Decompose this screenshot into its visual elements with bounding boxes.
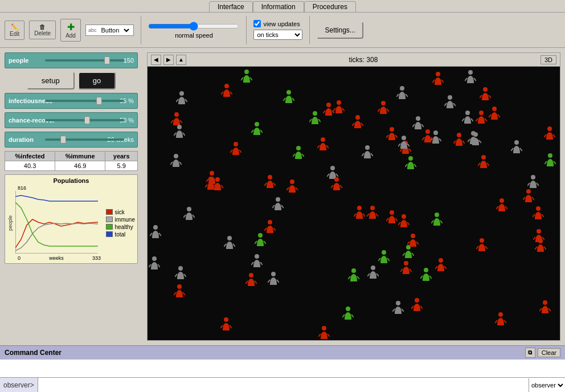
svg-line-206 [485,246,488,249]
svg-line-26 [453,103,456,106]
svg-line-35 [336,174,338,177]
divider-3 [309,16,310,44]
tab-procedures[interactable]: Procedures [304,1,356,12]
svg-line-251 [221,185,223,188]
svg-line-203 [255,281,257,284]
setup-button[interactable]: setup [27,72,75,89]
chance-recover-slider[interactable]: chance-recover 50 % [5,112,138,128]
command-input[interactable] [38,381,529,389]
svg-point-99 [481,155,486,160]
svg-line-163 [527,183,530,186]
svg-line-218 [296,187,298,190]
arrow-left-button[interactable]: ◀ [151,55,161,65]
svg-line-85 [496,206,498,209]
svg-line-238 [293,154,295,157]
copy-button[interactable]: ⧉ [525,348,535,358]
edit-button[interactable]: ✏️ Edit [5,21,24,40]
svg-point-252 [390,210,394,215]
figure [149,256,160,270]
svg-line-128 [544,247,546,250]
add-button[interactable]: ✚ Add [60,19,81,42]
svg-line-220 [422,137,424,140]
command-center-dropdown[interactable]: observer turtles patches [529,378,565,392]
svg-point-60 [276,197,280,202]
svg-line-44 [553,134,555,137]
svg-point-39 [227,236,232,240]
tab-interface[interactable]: Interface [209,1,253,12]
speed-slider[interactable] [148,22,239,31]
svg-point-165 [177,284,182,289]
view-updates-checkbox[interactable] [253,20,261,27]
svg-line-32 [462,141,465,144]
svg-point-141 [351,268,356,273]
figure [221,83,232,97]
button-row: setup go [5,72,138,89]
svg-point-243 [439,258,443,263]
on-ticks-select[interactable]: on ticks continuously [253,30,302,40]
infectiousness-slider[interactable]: infectiousness 65 % [5,93,138,109]
svg-line-89 [230,325,232,328]
figure [367,265,379,279]
go-button[interactable]: go [78,72,116,89]
svg-point-147 [258,233,263,238]
three-d-button[interactable]: 3D [541,55,556,64]
widget-type-dropdown[interactable]: Button Slider Monitor Plot [99,26,131,34]
svg-point-225 [355,115,360,120]
svg-line-80 [273,228,276,231]
abc-icon: abc [88,27,97,33]
command-center-header-buttons: ⧉ Clear [525,348,560,358]
divider-2 [246,16,247,44]
delete-button[interactable]: 🗑 Delete [29,21,56,39]
svg-line-4 [170,162,173,165]
infected-header: %infected [5,152,55,161]
svg-line-28 [544,161,547,164]
figure [533,228,544,242]
figure [470,132,481,145]
ticks-label: ticks: 308 [349,56,378,64]
svg-line-47 [327,334,330,337]
delete-group: 🗑 Delete [29,21,56,39]
svg-line-157 [523,197,525,200]
svg-line-70 [480,95,482,98]
svg-line-121 [470,140,472,143]
svg-line-221 [431,137,433,140]
figure [465,70,476,83]
figure [378,250,390,263]
svg-point-231 [210,171,214,175]
chart-title: Populations [7,177,135,184]
immune-header: %immune [55,152,105,161]
svg-point-9 [402,214,406,219]
svg-line-41 [233,244,235,247]
arrow-up-button[interactable]: ▲ [176,55,186,65]
svg-line-122 [479,140,481,143]
svg-line-191 [239,150,241,153]
right-panel: ◀ ▶ ▲ ticks: 308 3D [142,48,565,345]
figure [362,145,373,158]
svg-line-107 [471,119,473,121]
tab-information[interactable]: Information [253,1,304,12]
people-slider[interactable]: people 150 [5,52,138,68]
svg-line-100 [478,163,480,166]
figure [323,102,334,116]
widget-type-selector[interactable]: abc Button Slider Monitor Plot [85,24,134,36]
svg-point-33 [330,166,335,170]
svg-line-2 [342,108,345,111]
clear-button[interactable]: Clear [538,348,560,357]
figure [386,210,398,223]
figure [527,174,539,188]
arrow-right-button[interactable]: ▶ [163,55,174,65]
figure [224,235,235,249]
svg-line-170 [371,153,373,156]
svg-point-180 [371,266,375,270]
add-label: Add [65,32,76,39]
svg-point-132 [433,130,438,135]
svg-line-215 [230,92,232,95]
figure [533,206,544,219]
svg-line-131 [183,133,185,136]
svg-line-13 [283,98,285,101]
figure [174,124,185,138]
svg-line-184 [323,111,325,113]
settings-button[interactable]: Settings... [317,22,363,39]
duration-slider[interactable]: duration 20 weeks [5,132,138,148]
svg-line-145 [489,115,491,117]
